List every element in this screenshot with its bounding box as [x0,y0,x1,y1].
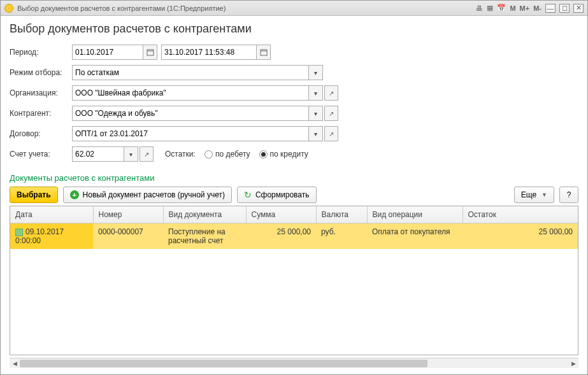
app-logo-icon [4,4,13,13]
col-doctype[interactable]: Вид документа [163,206,246,223]
cell-date: 09.10.2017 0:00:00 [10,223,93,250]
balances-label: Остатки: [165,150,196,159]
table-container: Дата Номер Вид документа Сумма Валюта Ви… [10,206,578,355]
account-input[interactable] [72,146,124,162]
col-operation[interactable]: Вид операции [367,206,463,223]
select-button[interactable]: Выбрать [10,187,58,203]
col-date[interactable]: Дата [10,206,93,223]
account-open-icon[interactable]: ↗ [140,146,154,162]
contract-label: Договор: [10,129,72,138]
cell-sum: 25 000,00 [246,223,316,250]
contract-row: Договор: ▾ ↗ [10,126,578,141]
toolbar: Выбрать + Новый документ расчетов (ручно… [10,187,578,203]
org-label: Организация: [10,88,72,97]
contract-input[interactable] [72,126,309,141]
generate-button[interactable]: ↻ Сформировать [237,187,317,203]
calendar-icon[interactable]: 📅 [497,4,506,12]
table-header-row: Дата Номер Вид документа Сумма Валюта Ви… [10,206,578,223]
col-number[interactable]: Номер [93,206,163,223]
minimize-button[interactable]: — [545,4,556,13]
counterparty-open-icon[interactable]: ↗ [324,106,338,121]
cell-balance: 25 000,00 [463,223,578,250]
counterparty-row: Контрагент: ▾ ↗ [10,106,578,121]
radio-debit-label: по дебету [215,150,250,159]
refresh-icon: ↻ [244,190,252,200]
plus-icon: + [70,190,79,199]
radio-debit[interactable]: по дебету [204,150,250,159]
content-area: Выбор документов расчетов с контрагентам… [1,16,587,374]
radio-debit-icon [204,150,213,159]
svg-rect-0 [147,50,154,55]
chevron-down-icon: ▼ [541,192,547,198]
calendar-to-icon[interactable] [257,45,271,60]
calendar-from-icon[interactable] [143,45,157,60]
mode-dropdown-icon[interactable]: ▾ [309,65,323,80]
scroll-thumb[interactable] [20,360,427,367]
account-dropdown-icon[interactable]: ▾ [124,146,138,162]
m-minus-button[interactable]: M- [533,4,541,12]
mode-row: Режим отбора: ▾ [10,65,578,80]
period-label: Период: [10,48,72,57]
contract-dropdown-icon[interactable]: ▾ [309,126,323,141]
cell-number: 0000-000007 [93,223,163,250]
account-label: Счет учета: [10,150,72,159]
m-button[interactable]: M [510,4,515,12]
mode-input[interactable] [72,65,309,80]
counterparty-dropdown-icon[interactable]: ▾ [309,106,323,121]
balances-radio-group: по дебету по кредиту [204,150,308,159]
grid-icon[interactable]: ▦ [487,4,493,12]
maximize-button[interactable]: ◻ [559,4,570,13]
table-empty-area [10,249,578,355]
counterparty-label: Контрагент: [10,109,72,118]
print-icon[interactable]: 🖶 [476,4,483,12]
cell-doctype: Поступление на расчетный счет [163,223,246,250]
cell-currency: руб. [316,223,367,250]
svg-rect-2 [261,50,267,55]
new-doc-button[interactable]: + Новый документ расчетов (ручной учет) [63,187,232,203]
more-button[interactable]: Еще ▼ [514,187,554,203]
account-row: Счет учета: ▾ ↗ Остатки: по дебету по кр… [10,146,578,162]
section-title: Документы расчетов с контрагентами [10,173,578,183]
help-button[interactable]: ? [559,187,578,203]
table-row[interactable]: 09.10.2017 0:00:00 0000-000007 Поступлен… [10,223,578,250]
radio-credit[interactable]: по кредиту [259,150,308,159]
org-row: Организация: ▾ ↗ [10,85,578,101]
period-to-input[interactable] [161,45,257,60]
contract-open-icon[interactable]: ↗ [324,126,338,141]
col-sum[interactable]: Сумма [246,206,316,223]
page-title: Выбор документов расчетов с контрагентам… [10,22,578,36]
period-from-input[interactable] [72,45,143,60]
org-dropdown-icon[interactable]: ▾ [309,85,323,101]
window-title: Выбор документов расчетов с контрагентам… [17,4,476,12]
documents-table: Дата Номер Вид документа Сумма Валюта Ви… [10,206,578,249]
scroll-right-icon[interactable]: ▶ [568,358,578,369]
counterparty-input[interactable] [72,106,309,121]
mode-label: Режим отбора: [10,68,72,77]
radio-credit-label: по кредиту [270,150,308,159]
radio-credit-icon [259,150,268,159]
cell-operation: Оплата от покупателя [367,223,463,250]
period-row: Период: [10,45,578,60]
document-icon [15,229,23,236]
org-input[interactable] [72,85,309,101]
titlebar-buttons: 🖶 ▦ 📅 M M+ M- — ◻ ✕ [476,4,584,13]
org-open-icon[interactable]: ↗ [324,85,338,101]
main-window: Выбор документов расчетов с контрагентам… [0,0,588,375]
close-button[interactable]: ✕ [573,4,584,13]
col-currency[interactable]: Валюта [316,206,367,223]
col-balance[interactable]: Остаток [463,206,578,223]
horizontal-scrollbar[interactable]: ◀ ▶ [10,358,578,368]
titlebar: Выбор документов расчетов с контрагентам… [1,1,587,16]
m-plus-button[interactable]: M+ [520,4,530,12]
scroll-left-icon[interactable]: ◀ [10,358,20,369]
